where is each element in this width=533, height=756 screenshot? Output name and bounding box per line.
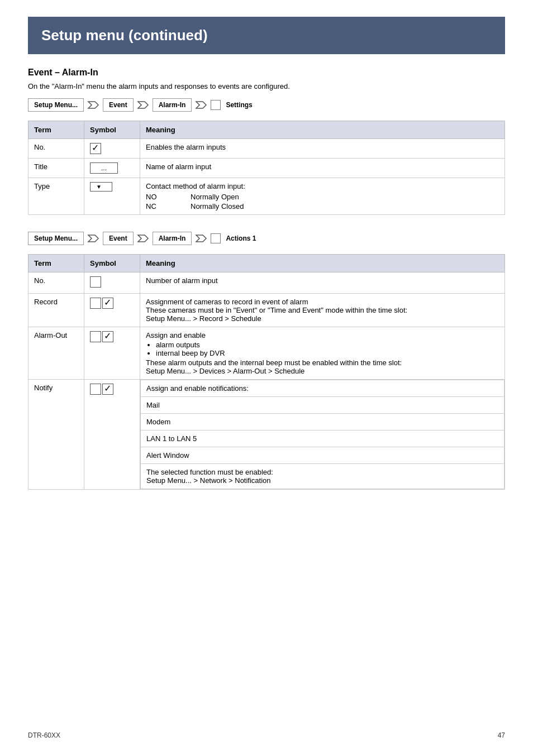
notify-header-row: Assign and enable notifications: <box>141 380 505 397</box>
bc1-arrow-2 <box>195 100 207 110</box>
breadcrumb-1: Setup Menu... Event Alarm-In Settings <box>28 98 505 112</box>
cell-symbol <box>84 294 140 327</box>
checkmark-icon <box>102 384 113 395</box>
alarmout-bullets: alarm outputs internal beep by DVR <box>146 341 499 357</box>
cell-term: Notify <box>28 380 84 490</box>
notify-lan-row: LAN 1 to LAN 5 <box>141 430 505 447</box>
square-check-icon <box>90 384 113 395</box>
cell-meaning: Enables the alarm inputs <box>140 139 505 159</box>
header-bar: Setup menu (continued) <box>28 17 505 54</box>
table-row: No. Number of alarm input <box>28 272 505 294</box>
notify-footer-line1: The selected function must be enabled: <box>146 468 498 476</box>
footer-model: DTR-60XX <box>28 731 60 739</box>
svg-marker-3 <box>88 235 98 242</box>
table-row: Alarm-Out Assign and enable alarm output… <box>28 327 505 380</box>
section2: Setup Menu... Event Alarm-In Actions 1 T… <box>28 232 505 490</box>
bc2-arrow-1 <box>137 233 149 243</box>
table-row: Type ▼ Contact method of alarm input: NO… <box>28 178 505 215</box>
th-meaning-1: Meaning <box>140 121 505 139</box>
square-icon <box>90 331 101 342</box>
bc2-arrow-0 <box>87 233 99 243</box>
table-row: Record Assignment of cameras to record i… <box>28 294 505 327</box>
svg-marker-2 <box>196 102 206 108</box>
cell-symbol <box>84 327 140 380</box>
notify-mail: Mail <box>141 397 505 414</box>
square-icon <box>90 276 101 288</box>
cell-meaning-alarmout: Assign and enable alarm outputs internal… <box>140 327 505 380</box>
cell-symbol <box>84 139 140 159</box>
table-2: Term Symbol Meaning No. Number of alarm … <box>28 254 505 490</box>
record-line3: Setup Menu... > Record > Schedule <box>146 314 499 323</box>
cell-term: Type <box>28 178 84 215</box>
th-symbol-1: Symbol <box>84 121 140 139</box>
bc2-item-3: Actions 1 <box>223 232 258 245</box>
alarmout-suffix1: These alarm outputs and the internal bee… <box>146 358 499 367</box>
checkmark-icon <box>102 298 113 309</box>
dropdown-icon: ▼ <box>90 182 112 192</box>
type-nc-label: NC <box>146 202 191 210</box>
bc2-item-0: Setup Menu... <box>28 232 84 245</box>
notify-modem-row: Modem <box>141 414 505 430</box>
cell-symbol <box>84 272 140 294</box>
notify-mail-row: Mail <box>141 397 505 414</box>
bc1-arrow-1 <box>137 100 149 110</box>
table-1: Term Symbol Meaning No. Enables the alar… <box>28 121 505 215</box>
svg-marker-4 <box>138 235 148 242</box>
record-line1: Assignment of cameras to record in event… <box>146 298 499 306</box>
type-no-label: NO <box>146 193 191 201</box>
bc2-item-2: Alarm-In <box>153 232 192 245</box>
bc2-item-1: Event <box>103 232 134 245</box>
notify-header: Assign and enable notifications: <box>141 380 505 397</box>
list-item: alarm outputs <box>156 341 499 349</box>
breadcrumb-2: Setup Menu... Event Alarm-In Actions 1 <box>28 232 505 245</box>
bc1-item-2: Alarm-In <box>153 98 192 112</box>
bc2-icon-actions <box>211 233 221 243</box>
input-dots-icon: ... <box>90 162 118 174</box>
cell-symbol <box>84 380 140 490</box>
cell-symbol: ▼ <box>84 178 140 215</box>
cell-symbol: ... <box>84 159 140 178</box>
square-check-icon <box>90 298 113 309</box>
notify-modem: Modem <box>141 414 505 430</box>
bc1-item-1: Event <box>103 98 134 112</box>
table-row: Title ... Name of alarm input <box>28 159 505 178</box>
square-check-icon <box>90 331 113 342</box>
chevron-down-icon: ▼ <box>96 184 102 190</box>
th-meaning-2: Meaning <box>140 255 505 272</box>
th-symbol-2: Symbol <box>84 255 140 272</box>
bc2-arrow-2 <box>195 233 207 243</box>
type-no-value: Normally Open <box>191 193 499 201</box>
record-line2: These cameras must be in "Event" or "Tim… <box>146 306 499 314</box>
alarmout-prefix: Assign and enable <box>146 331 499 339</box>
checkbox-checked-icon <box>90 143 101 154</box>
alarmout-suffix2: Setup Menu... > Devices > Alarm-Out > Sc… <box>146 367 499 375</box>
cell-term: No. <box>28 272 84 294</box>
bc1-arrow-0 <box>87 100 99 110</box>
section1-intro: On the "Alarm-In" menu the alarm inputs … <box>28 82 505 90</box>
footer: DTR-60XX 47 <box>28 731 505 739</box>
cell-term: Record <box>28 294 84 327</box>
table-row: Notify Assign and enable notifications: <box>28 380 505 490</box>
cell-meaning: Name of alarm input <box>140 159 505 178</box>
page: Setup menu (continued) Event – Alarm-In … <box>0 0 533 756</box>
cell-meaning: Number of alarm input <box>140 272 505 294</box>
type-nc-value: Normally Closed <box>191 202 499 210</box>
section1-title: Event – Alarm-In <box>28 68 505 78</box>
list-item: internal beep by DVR <box>156 349 499 357</box>
square-icon <box>90 298 101 309</box>
th-term-1: Term <box>28 121 84 139</box>
footer-page: 47 <box>498 731 505 739</box>
cell-meaning-record: Assignment of cameras to record in event… <box>140 294 505 327</box>
notify-alertwindow: Alert Window <box>141 447 505 464</box>
bc1-icon-settings <box>211 100 221 110</box>
notify-lan: LAN 1 to LAN 5 <box>141 430 505 447</box>
notify-footer: The selected function must be enabled: S… <box>141 464 505 489</box>
notify-footer-row: The selected function must be enabled: S… <box>141 464 505 489</box>
notify-footer-line2: Setup Menu... > Network > Notification <box>146 476 498 485</box>
section1: Event – Alarm-In On the "Alarm-In" menu … <box>28 68 505 215</box>
bc1-item-3: Settings <box>223 99 254 111</box>
page-title: Setup menu (continued) <box>41 27 492 44</box>
square-icon <box>90 384 101 395</box>
th-term-2: Term <box>28 255 84 272</box>
svg-marker-5 <box>196 235 206 242</box>
